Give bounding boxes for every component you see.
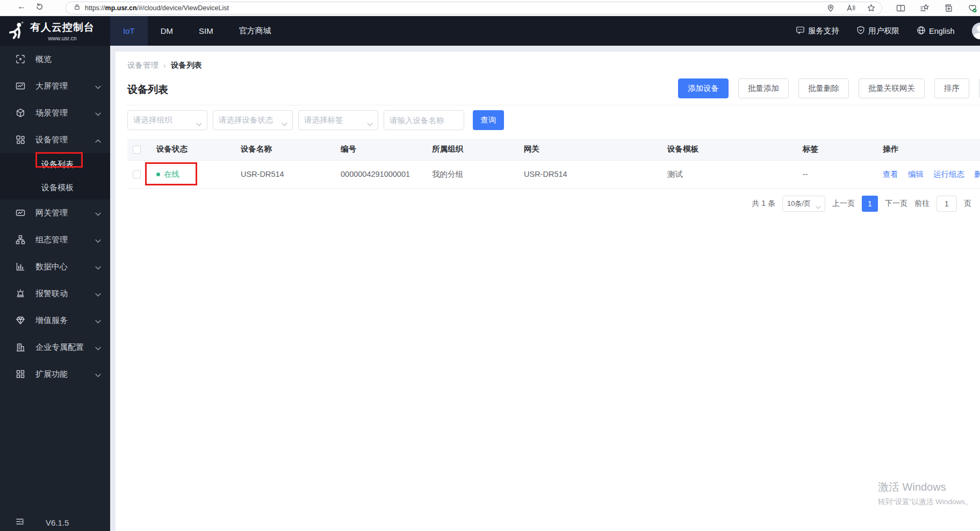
overview-icon — [16, 54, 25, 64]
service-support[interactable]: 服务支持 — [796, 26, 839, 36]
breadcrumb: 设备管理 › 设备列表 — [127, 60, 202, 70]
chevron-down-icon — [95, 316, 101, 325]
page-size-select[interactable]: 10条/页 — [782, 196, 825, 212]
breadcrumb-parent[interactable]: 设备管理 — [127, 60, 158, 70]
scene-cube-icon — [16, 108, 25, 118]
favorites-bar-icon[interactable] — [920, 4, 929, 12]
browser-back-icon[interactable]: ← — [17, 2, 26, 11]
user-avatar[interactable] — [972, 23, 980, 39]
hierarchy-icon — [16, 235, 25, 245]
batch-delete-button[interactable]: 批量删除 — [798, 78, 849, 98]
sidebar-item-overview[interactable]: 概览 — [0, 46, 110, 73]
app-logo[interactable]: 有人云控制台 www.usr.cn — [0, 16, 110, 46]
split-screen-icon[interactable] — [896, 4, 905, 12]
batch-link-gateway-button[interactable]: 批量关联网关 — [859, 78, 925, 98]
device-mgmt-submenu: 设备列表 设备模板 — [0, 153, 110, 199]
next-page-button[interactable]: 下一页 — [885, 199, 907, 209]
chevron-down-icon — [367, 119, 373, 128]
delete-link[interactable]: 删除 — [974, 169, 980, 180]
tab-iot[interactable]: IoT — [110, 16, 148, 46]
row-checkbox[interactable] — [133, 170, 141, 178]
shield-icon — [856, 26, 865, 36]
sidebar-item-label: 数据中心 — [35, 262, 68, 272]
sidebar-item-gateway-mgmt[interactable]: 网关管理 — [0, 199, 110, 226]
sidebar-item-enterprise-config[interactable]: 企业专属配置 — [0, 334, 110, 361]
status-badge: 在线 — [156, 169, 235, 180]
col-org: 所属组织 — [427, 139, 518, 160]
batch-add-button[interactable]: 批量添加 — [738, 78, 789, 98]
cell-device-name: USR-DR514 — [235, 160, 335, 188]
device-table: 设备状态 设备名称 编号 所属组织 网关 设备模板 标签 操作 在线 USR-D… — [127, 139, 980, 189]
edit-link[interactable]: 编辑 — [908, 169, 924, 180]
run-config-link[interactable]: 运行组态 — [933, 169, 964, 180]
collections-icon[interactable] — [944, 4, 953, 12]
add-device-button[interactable]: 添加设备 — [678, 78, 729, 98]
tab-dm[interactable]: DM — [148, 16, 186, 46]
chevron-down-icon — [95, 209, 101, 218]
site-lock-icon[interactable] — [74, 3, 81, 13]
select-all-checkbox[interactable] — [133, 146, 141, 154]
language-switch[interactable]: English — [917, 26, 955, 37]
browser-essentials-icon[interactable] — [968, 4, 977, 13]
sidebar: 概览 大屏管理 场景管理 设备管理 设备列表 设备模板 网关管理 — [0, 46, 110, 531]
sidebar-item-device-mgmt[interactable]: 设备管理 — [0, 126, 110, 153]
sidebar-item-label: 组态管理 — [35, 235, 68, 245]
cell-gateway: USR-DR514 — [518, 160, 662, 188]
sidebar-item-screen-mgmt[interactable]: 大屏管理 — [0, 73, 110, 99]
org-select[interactable]: 请选择组织 — [127, 110, 207, 130]
read-aloud-icon[interactable] — [846, 4, 855, 12]
sidebar-item-config-mgmt[interactable]: 组态管理 — [0, 226, 110, 253]
user-permission[interactable]: 用户权限 — [856, 26, 899, 36]
chevron-down-icon — [282, 119, 287, 128]
url-text[interactable]: https://mp.usr.cn/#/cloud/device/ViewDev… — [85, 4, 229, 12]
language-label: English — [929, 27, 955, 35]
location-icon[interactable] — [826, 4, 835, 12]
total-count: 共 1 条 — [752, 199, 775, 209]
sort-button[interactable]: 排序 — [934, 78, 969, 98]
filter-bar: 请选择组织 请选择设备状态 请选择标签 查询 — [127, 110, 504, 130]
sidebar-subitem-device-template[interactable]: 设备模板 — [0, 176, 110, 199]
sidebar-item-label: 设备管理 — [35, 135, 68, 145]
address-bar[interactable]: https://mp.usr.cn/#/cloud/device/ViewDev… — [66, 2, 882, 15]
sidebar-item-alarm-linkage[interactable]: 报警联动 — [0, 280, 110, 307]
chevron-down-icon — [196, 119, 202, 128]
device-status-select[interactable]: 请选择设备状态 — [213, 110, 293, 130]
chevron-down-icon — [95, 109, 101, 118]
prev-page-button[interactable]: 上一页 — [832, 199, 855, 209]
sidebar-item-extensions[interactable]: 扩展功能 — [0, 361, 110, 388]
sidebar-item-value-added[interactable]: 增值服务 — [0, 307, 110, 334]
goto-page-input[interactable] — [936, 196, 957, 212]
col-actions: 操作 — [877, 139, 980, 160]
sidebar-item-label: 概览 — [35, 54, 52, 64]
watermark-line2: 转到“设置”以激活 Windows。 — [878, 497, 972, 507]
sidebar-item-label: 网关管理 — [35, 208, 68, 218]
browser-refresh-icon[interactable] — [35, 3, 44, 13]
tab-mall[interactable]: 官方商城 — [226, 16, 284, 46]
page-unit-label: 页 — [964, 199, 971, 209]
sidebar-item-scene-mgmt[interactable]: 场景管理 — [0, 99, 110, 126]
content-card: 设备管理 › 设备列表 设备列表 添加设备 批量添加 批量删除 批量关联网关 排… — [116, 52, 980, 531]
main-area: 设备管理 › 设备列表 设备列表 添加设备 批量添加 批量删除 批量关联网关 排… — [110, 46, 980, 531]
sidebar-item-data-center[interactable]: 数据中心 — [0, 253, 110, 280]
tag-select[interactable]: 请选择标签 — [298, 110, 378, 130]
view-link[interactable]: 查看 — [883, 169, 898, 180]
chevron-down-icon — [95, 289, 101, 298]
sidebar-item-label: 企业专属配置 — [35, 342, 84, 353]
globe-icon — [917, 26, 926, 37]
col-serial: 编号 — [335, 139, 427, 160]
current-page-button[interactable]: 1 — [862, 196, 878, 212]
sidebar-subitem-device-list[interactable]: 设备列表 — [0, 153, 110, 176]
device-name-input[interactable] — [384, 110, 464, 130]
table-row: 在线 USR-DR514 0000004291000001 我的分组 USR-D… — [127, 160, 980, 188]
col-template: 设备模板 — [662, 139, 797, 160]
favorite-star-icon[interactable] — [867, 4, 876, 12]
collapse-sidebar-icon[interactable] — [16, 518, 25, 527]
cell-serial: 0000004291000001 — [335, 160, 427, 188]
breadcrumb-current: 设备列表 — [171, 60, 202, 70]
tab-sim[interactable]: SIM — [186, 16, 226, 46]
col-gateway: 网关 — [518, 139, 662, 160]
gem-icon — [16, 315, 25, 325]
building-icon — [16, 342, 25, 352]
query-button[interactable]: 查询 — [473, 110, 504, 130]
product-tabs: IoT DM SIM 官方商城 — [110, 16, 284, 46]
